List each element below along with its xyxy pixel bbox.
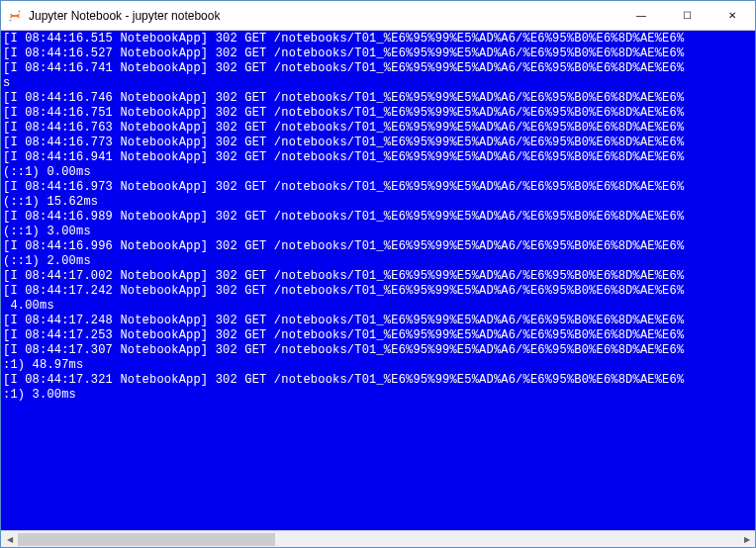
log-line: [I 08:44:16.996 NotebookApp] 302 GET /no…	[3, 239, 753, 254]
log-line: [I 08:44:16.741 NotebookApp] 302 GET /no…	[3, 61, 753, 76]
log-line: [I 08:44:16.773 NotebookApp] 302 GET /no…	[3, 136, 753, 150]
minimize-button[interactable]: —	[618, 1, 664, 31]
jupyter-icon	[7, 8, 23, 24]
close-button[interactable]: ✕	[709, 1, 755, 31]
log-line: 4.00ms	[3, 299, 753, 314]
log-line: (::1) 3.00ms	[3, 225, 753, 239]
log-line: [I 08:44:17.253 NotebookApp] 302 GET /no…	[3, 328, 753, 343]
log-line: [I 08:44:16.527 NotebookApp] 302 GET /no…	[3, 46, 753, 61]
maximize-button[interactable]: ☐	[664, 1, 709, 31]
log-line: :1) 3.00ms	[3, 388, 753, 403]
scroll-track[interactable]	[18, 531, 738, 547]
window-title: Jupyter Notebook - jupyter notebook	[29, 9, 220, 23]
log-line: [I 08:44:17.307 NotebookApp] 302 GET /no…	[3, 343, 753, 358]
log-line: [I 08:44:16.989 NotebookApp] 302 GET /no…	[3, 210, 753, 225]
log-line: [I 08:44:17.248 NotebookApp] 302 GET /no…	[3, 314, 753, 328]
window-titlebar: Jupyter Notebook - jupyter notebook — ☐ …	[1, 1, 755, 31]
log-line: [I 08:44:16.763 NotebookApp] 302 GET /no…	[3, 121, 753, 136]
log-line: [I 08:44:17.002 NotebookApp] 302 GET /no…	[3, 269, 753, 284]
scroll-right-button[interactable]: ▶	[738, 531, 755, 547]
log-line: [I 08:44:16.973 NotebookApp] 302 GET /no…	[3, 180, 753, 195]
log-line: [I 08:44:17.321 NotebookApp] 302 GET /no…	[3, 373, 753, 388]
log-line: (::1) 2.00ms	[3, 254, 753, 269]
log-line: :1) 48.97ms	[3, 358, 753, 373]
log-line: [I 08:44:17.242 NotebookApp] 302 GET /no…	[3, 284, 753, 299]
log-line: [I 08:44:16.941 NotebookApp] 302 GET /no…	[3, 150, 753, 165]
horizontal-scrollbar[interactable]: ◀ ▶	[1, 530, 755, 547]
log-line: s	[3, 76, 753, 91]
log-line: [I 08:44:16.751 NotebookApp] 302 GET /no…	[3, 106, 753, 121]
console-area[interactable]: [I 08:44:16.515 NotebookApp] 302 GET /no…	[1, 31, 755, 530]
scroll-left-button[interactable]: ◀	[1, 531, 18, 547]
log-line: (::1) 15.62ms	[3, 195, 753, 210]
svg-point-0	[19, 10, 21, 12]
log-line: [I 08:44:16.515 NotebookApp] 302 GET /no…	[3, 32, 753, 46]
scroll-thumb[interactable]	[18, 533, 275, 546]
log-line: (::1) 0.00ms	[3, 165, 753, 180]
log-line: [I 08:44:16.746 NotebookApp] 302 GET /no…	[3, 91, 753, 106]
svg-point-1	[10, 19, 12, 21]
console-output: [I 08:44:16.515 NotebookApp] 302 GET /no…	[1, 31, 755, 404]
